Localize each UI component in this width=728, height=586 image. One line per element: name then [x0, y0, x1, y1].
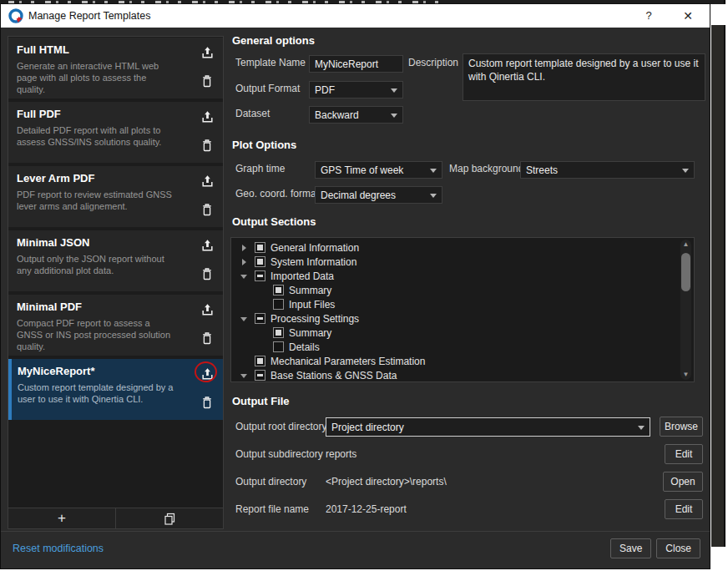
tree-item-checkbox[interactable] — [255, 270, 265, 281]
output-root-directory-label: Output root directory — [235, 421, 326, 432]
template-item-actions — [198, 172, 216, 224]
tree-item[interactable]: Mechanical Parameters Estimation — [231, 354, 694, 368]
checkbox-mark — [257, 245, 263, 250]
delete-template-icon[interactable] — [200, 331, 215, 346]
geo-coord-format-dropdown[interactable]: Decimal degrees — [315, 186, 442, 204]
tree-scrollbar[interactable]: ▲ ▼ — [680, 240, 691, 380]
template-item[interactable]: Minimal JSONOutput only the JSON report … — [8, 230, 223, 291]
copy-icon — [164, 513, 176, 525]
report-file-name-value: 2017-12-25-report — [326, 503, 407, 515]
description-field[interactable]: Custom report template designed by a use… — [463, 53, 705, 101]
tree-item-label: Processing Settings — [270, 313, 359, 325]
plot-options-heading: Plot Options — [232, 139, 296, 151]
description-label: Description — [408, 57, 458, 68]
delete-template-icon[interactable] — [200, 202, 215, 217]
output-root-directory-value: Project directory — [331, 422, 404, 433]
footer-buttons: Save Close — [610, 538, 700, 558]
browse-button[interactable]: Browse — [660, 417, 703, 437]
template-item-actions — [198, 43, 216, 95]
scrollbar-up-icon[interactable]: ▲ — [680, 240, 691, 250]
output-subdirectory-value: reports — [326, 448, 356, 460]
tree-item-checkbox[interactable] — [273, 341, 284, 352]
tree-item[interactable]: Base Stations & GNSS Data — [231, 368, 694, 382]
tree-item-checkbox[interactable] — [255, 242, 265, 253]
footer-divider — [1, 531, 710, 532]
checkbox-mark — [276, 330, 281, 336]
chevron-down-icon — [638, 426, 645, 430]
delete-template-icon[interactable] — [200, 138, 215, 153]
tree-item[interactable]: Processing Settings — [231, 311, 694, 326]
tree-item-label: Base Stations & GNSS Data — [270, 370, 397, 381]
save-button[interactable]: Save — [610, 538, 651, 558]
add-template-button[interactable]: + — [8, 508, 116, 528]
scrollbar-thumb[interactable] — [681, 253, 690, 291]
collapse-arrow-icon[interactable] — [240, 371, 251, 381]
delete-template-icon[interactable] — [200, 266, 215, 281]
tree-item-checkbox[interactable] — [255, 256, 265, 267]
tree-item-checkbox[interactable] — [255, 313, 265, 324]
tree-item[interactable]: Summary — [231, 326, 694, 340]
scrollbar-down-icon[interactable]: ▼ — [680, 370, 691, 380]
template-item[interactable]: MyNiceReport*Custom report template desi… — [8, 359, 223, 420]
template-name-input[interactable] — [309, 55, 403, 73]
tree-indent-spacer — [240, 356, 251, 366]
export-template-icon[interactable] — [200, 302, 215, 317]
export-template-icon[interactable] — [200, 174, 215, 189]
output-format-dropdown[interactable]: PDF — [309, 81, 403, 99]
tree-item-checkbox[interactable] — [255, 356, 265, 366]
graph-time-dropdown[interactable]: GPS Time of week — [315, 161, 442, 179]
output-root-directory-dropdown[interactable]: Project directory — [326, 417, 650, 437]
template-list: Full HTMLGenerate an interactive HTML we… — [8, 37, 223, 508]
tree-item-checkbox[interactable] — [273, 285, 284, 296]
window-title: Manage Report Templates — [28, 4, 150, 28]
template-item[interactable]: Full PDFDetailed PDF report with all plo… — [8, 102, 223, 163]
export-template-icon[interactable] — [200, 45, 215, 60]
collapse-arrow-icon[interactable] — [240, 271, 251, 281]
tree-item-label: Details — [289, 341, 320, 353]
template-item-description: Detailed PDF report with all plots to as… — [17, 124, 174, 148]
output-file-heading: Output File — [232, 395, 290, 407]
tree-item[interactable]: Summary — [231, 283, 694, 297]
output-sections-tree: General InformationSystem InformationImp… — [230, 237, 695, 382]
open-directory-button[interactable]: Open — [663, 472, 703, 492]
tree-item[interactable]: Input Files — [231, 297, 694, 311]
edit-subdirectory-button[interactable]: Edit — [665, 444, 703, 464]
background-window-right-edge — [711, 25, 725, 547]
close-button[interactable]: Close — [656, 538, 700, 558]
reset-modifications-link[interactable]: Reset modifications — [13, 543, 104, 554]
output-directory-value: <Project directory>\reports\ — [326, 476, 447, 487]
template-item-actions — [198, 236, 216, 288]
delete-template-icon[interactable] — [200, 395, 215, 410]
template-item[interactable]: Minimal PDFCompact PDF report to assess … — [8, 295, 223, 356]
tree-item-label: Summary — [289, 327, 331, 339]
close-window-button[interactable]: ✕ — [677, 4, 699, 28]
map-background-dropdown[interactable]: Streets — [520, 161, 695, 179]
tree-item-label: System Information — [270, 256, 356, 268]
expand-arrow-icon[interactable] — [240, 257, 251, 267]
chevron-down-icon — [391, 114, 397, 118]
titlebar: Manage Report Templates ? ✕ — [1, 4, 710, 28]
red-circle-annotation — [195, 361, 217, 382]
expand-arrow-icon[interactable] — [240, 243, 251, 253]
tree-item[interactable]: General Information — [231, 240, 694, 255]
tree-item[interactable]: System Information — [231, 255, 694, 269]
export-template-icon[interactable] — [200, 109, 215, 124]
tree-item[interactable]: Details — [231, 340, 694, 354]
delete-template-icon[interactable] — [200, 73, 215, 88]
tree-item-checkbox[interactable] — [273, 299, 284, 310]
template-item[interactable]: Lever Arm PDFPDF report to review estima… — [8, 166, 223, 227]
help-button[interactable]: ? — [639, 4, 659, 28]
dataset-dropdown[interactable]: Backward — [309, 106, 403, 124]
edit-file-name-button[interactable]: Edit — [665, 499, 703, 519]
template-item-title: Full HTML — [17, 43, 216, 56]
tree-item[interactable]: Imported Data — [231, 269, 694, 283]
tree-item-label: Imported Data — [270, 270, 334, 282]
export-template-icon[interactable] — [200, 238, 215, 253]
tree-item-checkbox[interactable] — [273, 327, 284, 338]
template-item[interactable]: Full HTMLGenerate an interactive HTML we… — [8, 38, 223, 99]
template-item-description: Generate an interactive HTML web page wi… — [17, 60, 174, 95]
tree-item-checkbox[interactable] — [255, 370, 265, 381]
chevron-down-icon — [682, 169, 689, 173]
collapse-arrow-icon[interactable] — [240, 314, 251, 324]
duplicate-template-button[interactable] — [116, 508, 223, 528]
